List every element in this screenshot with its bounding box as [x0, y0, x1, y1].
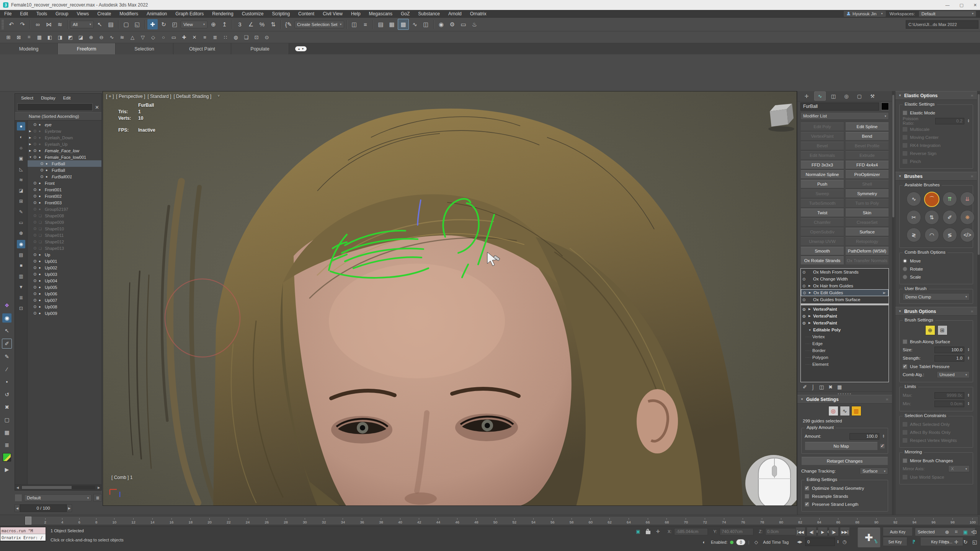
guide-target-icon[interactable]: ◎ [828, 406, 838, 416]
visibility-eye-icon[interactable]: ⊙ [33, 155, 39, 159]
multiscale-checkbox[interactable] [903, 127, 907, 132]
stack-item-vertexpaint[interactable]: ⊙▶VertexPaint [801, 313, 889, 320]
menu-edit[interactable]: Edit [16, 11, 32, 16]
add-icon[interactable]: ⊕ [87, 33, 96, 42]
use-tablet-pressure-checkbox[interactable] [903, 364, 907, 369]
cross-icon[interactable]: ✚ [180, 33, 189, 42]
respect-vertex-weights-checkbox[interactable] [903, 438, 907, 443]
panel-resize-handle[interactable]: ●●●●●● [797, 392, 892, 395]
explorer-row-front001[interactable]: ⊙●Front001 [28, 186, 101, 193]
comb-brush-icon[interactable]: ⌒ [924, 192, 939, 207]
timeline-tick-52[interactable]: 52 [513, 518, 517, 525]
list-icon[interactable]: ≣ [211, 33, 220, 42]
select-and-rotate-icon[interactable]: ↻ [158, 19, 169, 29]
triangle-down-icon[interactable]: ▽ [138, 33, 147, 42]
edge-loop-icon[interactable]: ⊠ [14, 33, 23, 42]
stack-item-ox-change-width[interactable]: ⊙Ox Change Width [801, 276, 889, 282]
toolbar-grip[interactable] [2, 20, 4, 29]
lattice-icon[interactable]: ▦ [35, 33, 44, 42]
curl-brush-icon[interactable]: ◠ [924, 228, 939, 242]
key-mode-icon[interactable]: ⁋ [910, 538, 918, 546]
expand-arrow-icon[interactable]: ▼ [808, 329, 813, 331]
menu-views[interactable]: Views [72, 11, 93, 16]
guide-comb-icon[interactable]: ▥ [851, 406, 861, 416]
visibility-eye-icon[interactable]: ⊙ [802, 270, 808, 274]
current-frame-field[interactable]: 0 [805, 538, 835, 546]
visibility-eye-icon[interactable]: ⊙ [33, 214, 39, 218]
explorer-row-up003[interactable]: ⊙●Up003 [28, 271, 101, 277]
display-lights-icon[interactable]: ☼ [17, 143, 25, 152]
x-coordinate-field[interactable]: -585.044cm [674, 528, 708, 535]
menu-create[interactable]: Create [93, 11, 115, 16]
subtract-icon[interactable]: ⊖ [97, 33, 106, 42]
modifier-button-vertexpaint[interactable]: VertexPaint [800, 132, 844, 140]
explorer-row-furball001[interactable]: ⊙●FurBall001 [28, 173, 101, 180]
next-frame-arrow[interactable]: ▶ [67, 504, 72, 512]
affect-by-roots-only-checkbox[interactable] [903, 430, 907, 435]
visibility-eye-icon[interactable]: ⊙ [33, 292, 39, 296]
moving-center-checkbox[interactable] [903, 135, 907, 140]
toggle-layer-explorer-icon[interactable]: ▤ [376, 19, 386, 29]
spinner-arrows-icon[interactable]: ▲▼ [967, 356, 970, 360]
render-setup-icon[interactable]: ⚙ [447, 19, 457, 29]
visibility-eye-icon[interactable]: ⊙ [33, 227, 39, 231]
timeline-tick-16[interactable]: 16 [170, 518, 174, 525]
menu-animation[interactable]: Animation [142, 11, 171, 16]
select-and-move-icon[interactable]: ✚ [147, 19, 158, 29]
explorer-row-up006[interactable]: ⊙●Up006 [28, 290, 101, 297]
rk4-integration-checkbox[interactable] [903, 143, 907, 148]
stack-item-ox-edit-guides[interactable]: ⊙▶Ox Edit Guides➢ [801, 289, 889, 296]
min-spinner[interactable]: 0.0cm [934, 401, 964, 407]
half-left-icon[interactable]: ◧ [45, 33, 54, 42]
expand-arrow-icon[interactable]: ▶ [808, 315, 813, 318]
size-spinner[interactable]: 100.0 [934, 347, 964, 353]
perspective-viewport[interactable]: [ + ] [ Perspective ] [ Standard ] [ Def… [103, 91, 797, 506]
poisson-ratio-spinner[interactable]: 0.2 [935, 118, 965, 124]
filter-funnel-icon[interactable]: ▼ [17, 283, 25, 291]
snap-toggle-3d-icon[interactable]: 3 [235, 19, 245, 29]
display-helpers-icon[interactable]: ◺ [17, 165, 25, 173]
redo-icon[interactable]: ↷ [17, 19, 28, 29]
elastic-mode-checkbox[interactable] [903, 111, 907, 115]
named-selection-sets-dropdown[interactable]: Create Selection Set▾ [294, 21, 344, 28]
explorer-row-up[interactable]: ⊙●Up [28, 251, 101, 258]
measure-tool-icon[interactable]: ∕ [2, 365, 11, 374]
timeline-tick-56[interactable]: 56 [550, 518, 555, 525]
brush-along-surface-checkbox[interactable] [903, 339, 907, 344]
explorer-menu-display[interactable]: Display [38, 96, 59, 100]
timeline-tick-60[interactable]: 60 [589, 518, 593, 525]
stack-item-element[interactable]: Element [801, 361, 889, 368]
preserve-strand-length-checkbox[interactable] [805, 502, 809, 507]
material-editor-icon[interactable]: ◉ [436, 19, 446, 29]
mirror-icon[interactable]: ◫ [349, 19, 359, 29]
script-brush-icon[interactable]: </> [960, 228, 975, 242]
visibility-eye-icon[interactable]: ⊙ [803, 291, 809, 295]
display-xrefs-icon[interactable]: ⊞ [17, 197, 25, 205]
modifier-button-edit-poly[interactable]: Edit Poly [800, 122, 844, 131]
set-keys-button[interactable]: ✚⚷ [858, 528, 880, 548]
modifier-button-opensubdiv[interactable]: OpenSubdiv [800, 228, 844, 236]
menu-help[interactable]: Help [347, 11, 365, 16]
tab-object-paint[interactable]: Object Paint [173, 43, 231, 54]
visibility-eye-icon[interactable]: ⊙ [33, 135, 39, 140]
object-name-field[interactable]: FurBall [800, 103, 879, 111]
modifier-button-bend[interactable]: Bend [845, 132, 889, 140]
visibility-eye-icon[interactable]: ⊙ [40, 161, 46, 166]
show-guides-icon[interactable]: ◉ [2, 313, 11, 323]
explorer-column-header[interactable]: Name (Sorted Ascending) [15, 112, 101, 121]
length-brush-icon[interactable]: ⇅ [924, 210, 939, 225]
optimize-strand-geometry-checkbox[interactable] [805, 486, 809, 491]
ornatrix-panel-scrollbar[interactable] [977, 91, 980, 515]
display-cameras-icon[interactable]: ▣ [17, 154, 25, 163]
explorer-row-shape009[interactable]: ⊙❏Shape009 [28, 219, 101, 225]
visibility-eye-icon[interactable]: ⊙ [33, 266, 39, 270]
utilities-tab[interactable]: ⚒ [867, 92, 878, 100]
timeline-tick-82[interactable]: 82 [798, 518, 802, 525]
grid-tool-icon[interactable]: ⌗ [24, 33, 34, 42]
menu-scripting[interactable]: Scripting [268, 11, 294, 16]
stack-item-vertex[interactable]: Vertex [801, 333, 889, 340]
selection-filter-dropdown[interactable]: All▾ [70, 21, 94, 28]
timeline-tick-76[interactable]: 76 [741, 518, 745, 525]
explorer-row-furball[interactable]: ⊙●FurBall [28, 160, 101, 167]
menu-arnold[interactable]: Arnold [444, 11, 466, 16]
